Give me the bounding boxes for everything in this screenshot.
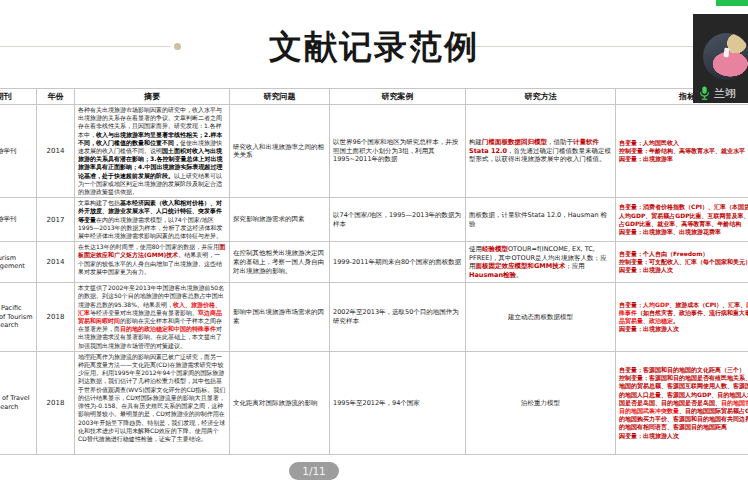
cell-case: 2002年至2013年，选取50个目的地国作为研究样本 [330,283,466,352]
table-header-row: 期刊年份摘要研究问题研究案例研究方法指标（变量） [0,89,748,105]
page-indicator: 1/11 [289,462,339,480]
cell-year: 2018 [37,351,75,454]
cell-indicator: 自变量：消费者价格指数（CPI）、汇率（本国货币兑美元）、人均GDP、贸易额占G… [616,198,748,242]
table-body: 旅游学刊2014各种有关出境旅游市场影响因素的研究中，收入水平与出境旅游的关系存… [0,105,748,455]
cell-year: 2014 [37,242,75,283]
cell-question: 影响中国出境旅游市场需求的因素 [230,283,330,352]
cell-case: 以世界96个国家和地区为研究总样本，并按照国土面积大小划分为3组，利用其1995… [330,105,466,198]
text-segment: 在内的出境旅游需求模型，以74个国家/地区1995—2013年的数据为样本，分析… [78,216,223,239]
text-segment: 自变量：个人自由（Freedom） [619,250,708,257]
text-segment: 因变量：出境旅游人次 [619,325,679,332]
text-segment: 等经济变量对出境旅游总量有显著影响。 [90,309,198,316]
indicator-line: 因变量：出境旅游人次 [619,432,748,440]
table-row: Asia Pacific Journal of Tourism Research… [0,283,748,352]
cell-abstract: 各种有关出境旅游市场影响因素的研究中，收入水平与出境旅游的关系存在着显著的争议。… [75,105,230,198]
microphone-icon [699,86,710,100]
cell-abstract: 本文提供了2002年至2013年中国游客出境旅游前50名的数据。到这50个目的地… [75,283,230,352]
table-row: Journal of Travel Research2018地理距离作为旅游流的… [0,351,748,454]
cell-journal: 旅游学刊 [0,105,37,198]
screen-share-indicator [716,0,748,6]
column-header: 摘要 [75,89,230,105]
column-header: 研究案例 [330,89,466,105]
literature-table-wrapper: 期刊年份摘要研究问题研究案例研究方法指标（变量） 旅游学刊2014各种有关出境旅… [0,88,748,455]
text-segment: 目的地的政治稳定和中国的特殊事件 [120,325,216,332]
text-segment: 自变量：消费者价格指数（CPI）、汇率（本国货币兑美元）、人均GDP、贸易额占G… [619,203,748,226]
indicator-line: 自变量：个人自由（Freedom） [619,250,748,258]
cell-year: 2018 [37,283,75,352]
literature-table: 期刊年份摘要研究问题研究案例研究方法指标（变量） 旅游学刊2014各种有关出境旅… [0,88,748,455]
participant-footer: 兰翊 [693,85,748,101]
participant-avatar [703,33,748,80]
cell-question: 在控制其他相关出境旅游决定因素的基础上，考察一国人身自由对出境旅游的影响。 [230,242,330,283]
cell-method: 建立动态面板数据模型 [466,283,616,352]
participant-video-tile[interactable]: 兰翊 [693,14,748,103]
indicator-line: 因变量：出境旅游率、出境旅游花费率 [619,228,748,236]
column-header: 年份 [37,89,75,105]
text-segment: 自变量：人均国民收入 [619,139,679,146]
indicator-line: 控制变量：可支配收入、汇率（每个国家和美元）、旅行成本 [619,258,748,266]
cell-method: 构建门槛面板数据回归模型，借助于计量软件Stata 12.0，首先通过确定门槛值… [466,105,616,198]
indicator-line: 因变量：出境旅游率 [619,155,748,163]
text-segment: 因变量：出境旅游率 [619,155,673,162]
cell-journal: Journal of Travel Research [0,351,37,454]
text-segment: 构建 [469,138,482,146]
cell-abstract: 地理距离作为旅游流的影响因素已被广泛研究，而另一种距离度量方法——文化距离(CD… [75,351,230,454]
text-segment: ，借助于 [547,138,573,146]
text-segment: 因变量：出境旅游人次 [619,432,679,439]
indicator-line: 因变量：出境旅游人次 [619,325,748,333]
text-segment: 控制变量：年龄结构、高等教育水平、就业水平 [619,147,745,154]
text-segment: 自变量：客源国和目的地国的文化距离（三个） [619,366,745,373]
cell-question: 文化距离对国际旅游流的影响 [230,351,330,454]
table-row: 旅游学刊2017文章构建了包括基本经济因素（收入和相对价格）、对外开放度、旅游业… [0,198,748,242]
indicator-line: 控制变量：年龄结构、高等教育水平、就业水平 [619,147,748,155]
indicator-line: 自变量：客源国和目的地国的文化距离（三个） [619,366,748,374]
slide-title: 文献记录范例 [0,25,748,70]
text-segment: 自变量： [619,301,643,308]
text-segment: Hausman检验 [469,271,516,279]
text-segment: （如自然灾害、政治事件、流行病和重大事件）、 [637,309,748,316]
participant-name: 兰翊 [714,86,736,101]
cell-year: 2017 [37,198,75,242]
table-row: Tourism Management2014在长达13年的时间里，使用80个国家… [0,242,748,283]
text-segment: 。 [673,317,679,324]
cell-year: 2014 [37,105,75,198]
cell-abstract: 在长达13年的时间里，使用80个国家的数据，并应用面板固定效应和广义矩方法(GM… [75,242,230,283]
cell-method: 泊松重力模型 [466,351,616,454]
column-header: 研究方法 [466,89,616,105]
cell-indicator: 自变量：人均国民收入控制变量：年龄结构、高等教育水平、就业水平因变量：出境旅游率 [616,105,748,198]
text-segment: 文章构建了包括 [78,199,120,206]
cell-method: 面板数据，计量软件Stata 12.0，Hausman 检验 [466,198,616,242]
table-row: 旅游学刊2014各种有关出境旅游市场影响因素的研究中，收入水平与出境旅游的关系存… [0,105,748,198]
cell-indicator: 自变量：客源国和目的地国的文化距离（三个）控制变量：客源国和目的地国是否有殖民地… [616,351,748,454]
cell-case: 1995年至2012年，94个国家 [330,351,466,454]
text-segment: 建立动态面板数据模型 [508,313,573,321]
text-segment: 门槛面板数据回归模型 [482,138,547,146]
cell-journal: Tourism Management [0,242,37,283]
cell-indicator: 自变量：人均GDP、旅游成本（CPI）、汇率、闲暇时间、特殊事件（如自然灾害、政… [616,283,748,352]
column-header: 期刊 [0,89,37,105]
phone-in-selfie [723,48,729,58]
text-segment: 控制变量：可支配收入、汇率（每个国家和美元）、旅行成本 [619,258,748,265]
text-segment: 因变量：出境旅游率、出境旅游花费率 [619,228,721,235]
text-segment: 面板固定效应模型和GMM技术 [476,262,566,270]
cell-question: 探究影响旅游需求的因素 [230,198,330,242]
indicator-line: 自变量：人均国民收入 [619,139,748,147]
cell-journal: 旅游学刊 [0,198,37,242]
text-segment: 地理距离作为旅游流的影响因素已被广泛研究，而另一种距离度量方法——文化距离(CD… [78,353,225,442]
cell-case: 1999-2011年期间来自80个国家的面板数据 [330,242,466,283]
text-segment: 在长达13年的时间里，使用80个国家的数据，并应用 [78,243,219,250]
text-segment: ；应用 [565,262,585,270]
indicator-line: 自变量：消费者价格指数（CPI）、汇率（本国货币兑美元）、人均GDP、贸易额占G… [619,203,748,228]
text-segment: 因变量：出境游人次 [619,266,673,273]
column-header: 研究问题 [230,89,330,105]
cell-indicator: 自变量：个人自由（Freedom）控制变量：可支配收入、汇率（每个国家和美元）、… [616,242,748,283]
text-segment: 面板数据，计量软件Stata 12.0，Hausman 检验 [469,211,607,228]
text-segment: 、旅游成本（CPI）、汇率、 [669,301,746,308]
cell-question: 研究收入和出境旅游率之间的相关关系 [230,105,330,198]
indicator-line: 控制变量：客源国和目的地国是否有殖民地关系、客源国和目的地国的贸易总额、客源国互… [619,374,748,431]
text-segment: 经验模型 [482,245,508,253]
cell-journal: Asia Pacific Journal of Tourism Research [0,283,37,352]
text-segment: 泊松重力模型 [521,399,560,407]
cell-abstract: 文章构建了包括基本经济因素（收入和相对价格）、对外开放度、旅游业发展水平、人口统… [75,198,230,242]
text-segment: 使用 [469,245,482,253]
